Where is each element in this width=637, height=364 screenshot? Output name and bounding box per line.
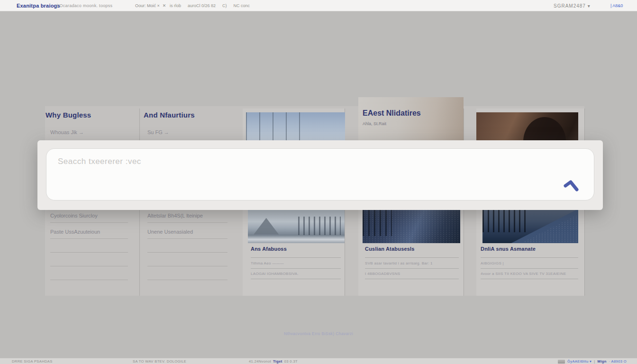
list-item[interactable] xyxy=(147,266,228,280)
signin-link[interactable]: | A8&0 xyxy=(610,0,623,11)
list-item[interactable]: Unene Usenasialed xyxy=(147,225,228,239)
user-menu[interactable]: SGRAM2487 ▾ xyxy=(554,0,591,11)
card-row[interactable]: LAOGAI IGHAMBOBSIVA. xyxy=(251,268,341,279)
top-nav-item[interactable]: NC conc xyxy=(234,3,250,8)
list-item[interactable] xyxy=(50,253,128,266)
towers-silhouette xyxy=(294,217,341,236)
status-center-pre: 41.24Nvonot xyxy=(249,359,271,364)
list-item[interactable] xyxy=(147,239,228,253)
show-more-link[interactable]: Nthvacvontva Erro BiSsk) Chavarzi xyxy=(0,331,637,336)
top-menu-text: | Ocaradaco moonk. toopss xyxy=(57,0,112,11)
card-row[interactable]: AIBGIGIGS | xyxy=(481,257,578,268)
brand-logo[interactable]: Exanitpa braiogs xyxy=(17,0,60,11)
list-item[interactable]: Altetslar Bh4S(L lteinipe xyxy=(147,209,228,223)
top-nav-item[interactable]: auroCl 0/26 82 xyxy=(188,3,216,8)
card-title[interactable]: DnliA snus Asmanate xyxy=(481,246,536,252)
tab-label: Oour: Moić × xyxy=(135,3,160,8)
column-heading: Why Bugless xyxy=(46,111,91,119)
photo-thumbnail-icon xyxy=(558,360,565,364)
trees-silhouette xyxy=(482,210,526,232)
status-center-text: 41.24Nvonot Tiget 03 0.3T xyxy=(249,358,298,364)
mountain-shape xyxy=(254,218,279,235)
list-item[interactable] xyxy=(50,266,128,280)
top-nav: is rlob auroCl 0/26 82 C) NC conc xyxy=(170,0,250,11)
list-item[interactable] xyxy=(147,253,228,266)
card-row[interactable]: Tilhma Aeo ——— xyxy=(251,257,341,268)
search-input[interactable] xyxy=(58,155,437,169)
status-center-post: 03 0.3T xyxy=(284,359,298,364)
submit-arrow-icon[interactable] xyxy=(563,177,582,192)
card-row[interactable]: I 4BBOGADBVSNS xyxy=(365,268,459,279)
card-image xyxy=(363,207,460,243)
status-left-text: DRRE SIGA PSAHDAS xyxy=(12,358,53,364)
trees-silhouette xyxy=(363,207,392,236)
agree-link[interactable]: · A8903 O xyxy=(609,359,627,364)
status-right-links: ĜyAAEl6litu ▾ | Mlgn · A8903 O xyxy=(558,358,627,364)
card-image xyxy=(482,207,578,243)
status-middle-text: SA TO WAV BTEV. DOLOGILE xyxy=(133,358,186,364)
card-image xyxy=(248,207,345,243)
card-title[interactable]: Ans Afabuoss xyxy=(251,246,287,252)
section-subtitle: Ahla, St.Rait xyxy=(363,121,421,126)
map-link[interactable]: Mlgn xyxy=(598,359,607,364)
search-box[interactable] xyxy=(46,148,594,200)
search-modal xyxy=(37,140,603,210)
section-title: EAest Nlidatires xyxy=(363,109,421,118)
card-row[interactable]: 4voor a SIIS TII KEOO VA SIVE TV 31EAIEI… xyxy=(481,268,578,279)
top-nav-item[interactable]: is rlob xyxy=(170,3,181,8)
list-item[interactable] xyxy=(50,239,128,253)
column-heading: And Nfaurtiurs xyxy=(144,111,195,119)
close-icon[interactable]: ✕ xyxy=(163,3,166,8)
browser-top-bar: Exanitpa braiogs | Ocaradaco moonk. toop… xyxy=(0,0,637,11)
card-row[interactable]: SVB asar tavartid i as arrisaig. Bar: 1 xyxy=(365,257,459,268)
status-center-bold[interactable]: Tiget xyxy=(273,359,282,364)
column-link[interactable]: Whouas Jik → xyxy=(50,129,84,135)
browser-tab[interactable]: Oour: Moić × ✕ xyxy=(135,0,166,11)
top-nav-item[interactable]: C) xyxy=(222,3,227,8)
availability-link[interactable]: ĜyAAEl6litu ▾ xyxy=(567,359,592,364)
card-title[interactable]: Cuslian Atabusesls xyxy=(365,246,415,252)
list-item[interactable]: Cyolorcoins Siurcloy xyxy=(50,209,128,223)
status-bar: DRRE SIGA PSAHDAS SA TO WAV BTEV. DOLOGI… xyxy=(0,358,637,364)
list-item[interactable]: Paste UssAzuuteioun xyxy=(50,225,128,239)
divider: | xyxy=(594,359,595,364)
column-link[interactable]: Su FG → xyxy=(147,129,169,135)
